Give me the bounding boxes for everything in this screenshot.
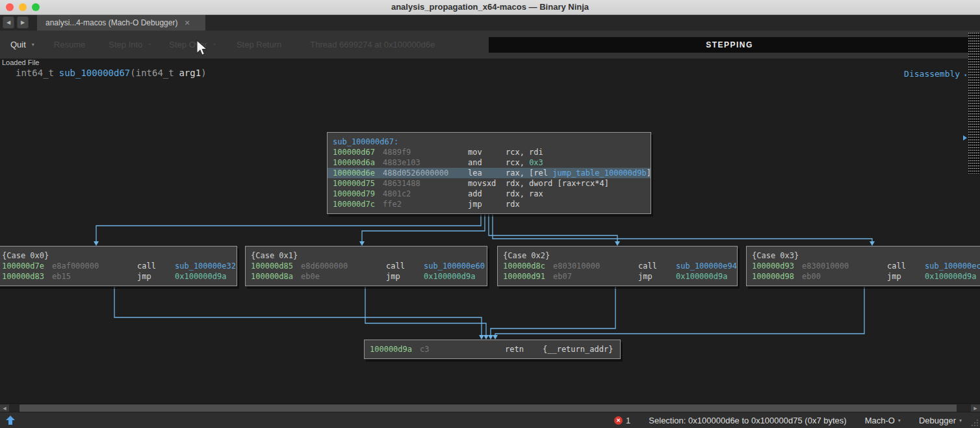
opcode-bytes: 488d0526000000 [383,168,468,178]
step-over-dropdown-icon: ▾ [213,42,216,47]
instruction-address: 100000d85 [251,261,301,271]
block-case-0x3[interactable]: {Case 0x3}100000d93e830010000callsub_100… [746,246,980,286]
operand-token: rdx, dword [rax+rcx*4] [506,179,609,188]
instruction-address: 100000d7e [2,261,52,271]
resume-button: Resume [54,40,85,49]
operand-token: {Case 0x3} [752,251,799,260]
tab-debugger[interactable]: analysi...4-macos (Mach-O Debugger)✕ [37,15,205,31]
instruction-line[interactable]: 100000d8ce803010000callsub_100000e94 [498,261,737,271]
instruction-address: 100000d83 [2,271,52,282]
graph-edge [365,287,486,336]
block-case-0x2[interactable]: {Case 0x2}100000d8ce803010000callsub_100… [497,246,738,286]
thread-status-label: Thread 6699274 at 0x100000d6e [310,40,435,49]
titlebar[interactable]: analysis_propagation_x64-macos — Binary … [0,0,980,15]
graph-edge [491,287,615,336]
nav-forward-button[interactable]: ▶ [17,16,29,29]
instruction-line[interactable]: 100000d794801c2addrdx, rax [328,189,651,199]
mnemonic: call [638,261,676,271]
selection-status: Selection: 0x100000d6e to 0x100000d75 (0… [649,416,846,425]
operand-token: rdx [506,200,520,209]
signature-function-name[interactable]: sub_100000d67 [59,68,131,78]
instruction-line[interactable]: 100000d7cffe2jmprdx [328,199,651,209]
operand-token: 0x100000d9a [424,272,475,281]
block-label-line[interactable]: {Case 0x1} [246,250,487,261]
block-label-line[interactable]: {Case 0x0} [0,250,237,261]
opcode-bytes: 48631488 [383,178,468,189]
operand-token: ] [647,168,651,178]
block-case-0x1[interactable]: {Case 0x1}100000d85e8d6000000callsub_100… [245,246,487,286]
block-label-line[interactable]: {Case 0x3} [747,250,980,261]
view-type-dropdown-icon: ▾ [964,72,967,78]
opcode-bytes: e8d6000000 [301,261,386,271]
view-type-selector[interactable]: Disassembly▾ [904,69,967,79]
resize-grip-icon[interactable] [970,418,979,427]
view-mode-menu[interactable]: Debugger ▾ [919,416,962,425]
signature-param-type: int64_t [136,68,174,78]
instruction-line[interactable]: 100000d85e8d6000000callsub_100000e60 [246,261,487,271]
instruction-address: 100000d91 [503,271,553,282]
instruction-line[interactable]: 100000d98eb00jmp0x100000d9a [747,271,980,282]
signature-close-paren: ) [201,68,206,78]
opcode-bytes: eb0e [301,271,386,282]
binary-ninja-window: sub_100000d67:100000d674889f9movrcx, rdi… [0,0,980,428]
block-label-line[interactable]: {Case 0x2} [498,250,737,261]
operand-token: {Case 0x2} [503,251,550,260]
mnemonic: and [468,157,506,168]
instruction-line[interactable]: 100000d7ee8af000000callsub_100000e32 [0,261,237,271]
binary-format-dropdown-icon: ▾ [898,418,901,423]
instruction-address: 100000d6e [333,168,383,178]
block-entry[interactable]: sub_100000d67:100000d674889f9movrcx, rdi… [327,132,651,214]
operand-token: {Case 0x1} [251,251,298,260]
block-return[interactable]: 100000d9ac3retn{__return_addr} [364,340,621,359]
tab-bar: ◀ ▶ analysi...4-macos (Mach-O Debugger)✕ [0,15,980,31]
mnemonic: jmp [638,271,676,282]
operand-token: sub_100000e94 [676,261,737,271]
quit-button[interactable]: Quit [10,40,26,49]
edge-arrowhead-icon [615,241,620,246]
tab-close-icon[interactable]: ✕ [184,19,190,27]
operand-token: 0x3 [529,158,543,167]
instruction-address: 100000d93 [752,261,802,271]
step-return-button: Step Return [237,40,281,49]
error-indicator[interactable]: ✕ 1 [614,416,630,425]
mnemonic: jmp [137,271,175,282]
instruction-line[interactable]: 100000d674889f9movrcx, rdi [328,147,651,157]
instruction-line[interactable]: 100000d8aeb0ejmp0x100000d9a [246,271,487,282]
instruction-address: 100000d67 [333,147,383,157]
quit-dropdown-icon[interactable]: ▾ [32,42,34,47]
instruction-line[interactable]: 100000d83eb15jmp0x100000d9a [0,271,237,282]
operand-token: 0x100000d9a [925,272,976,281]
block-label-line[interactable]: sub_100000d67: [328,137,651,147]
graph-edge [362,215,485,243]
mnemonic: lea [468,168,506,178]
navigate-up-icon[interactable] [5,415,16,425]
scrollbar-thumb[interactable] [19,405,957,412]
instruction-line[interactable]: 100000d9ac3retn{__return_addr} [365,344,620,354]
nav-back-button[interactable]: ◀ [3,16,14,29]
opcode-bytes: e8af000000 [52,261,137,271]
view-mode-dropdown-icon: ▾ [959,418,962,423]
mnemonic: jmp [887,271,925,282]
function-signature: int64_tsub_100000d67(int64_targ1) [16,68,207,78]
edge-arrowhead-icon [493,335,498,340]
instruction-line[interactable]: 100000d6a4883e103andrcx, 0x3 [328,157,651,168]
block-case-0x0[interactable]: {Case 0x0}100000d7ee8af000000callsub_100… [0,246,237,286]
signature-open-paren: ( [130,68,135,78]
edge-arrowhead-icon [479,335,484,340]
feature-map[interactable] [968,33,980,174]
mnemonic: call [386,261,424,271]
mnemonic: jmp [386,271,424,282]
instruction-line[interactable]: 100000d6e488d0526000000learax, [rel jump… [328,168,651,178]
instruction-line[interactable]: 100000d91eb07jmp0x100000d9a [498,271,737,282]
pane-title: Loaded File [2,59,40,66]
graph-edge [96,215,481,243]
binary-format-menu[interactable]: Mach-O ▾ [865,416,901,425]
horizontal-scrollbar[interactable]: ◀ ▶ [0,403,980,412]
mnemonic: mov [468,147,506,157]
instruction-line[interactable]: 100000d93e830010000callsub_100000ec [747,261,980,271]
instruction-line[interactable]: 100000d7548631488movsxdrdx, dword [rax+r… [328,178,651,189]
window-title: analysis_propagation_x64-macos — Binary … [0,0,980,15]
instruction-address: 100000d98 [752,271,802,282]
operand-token: 0x100000d9a [175,272,226,281]
operand-token: rax, [rel [506,168,552,178]
